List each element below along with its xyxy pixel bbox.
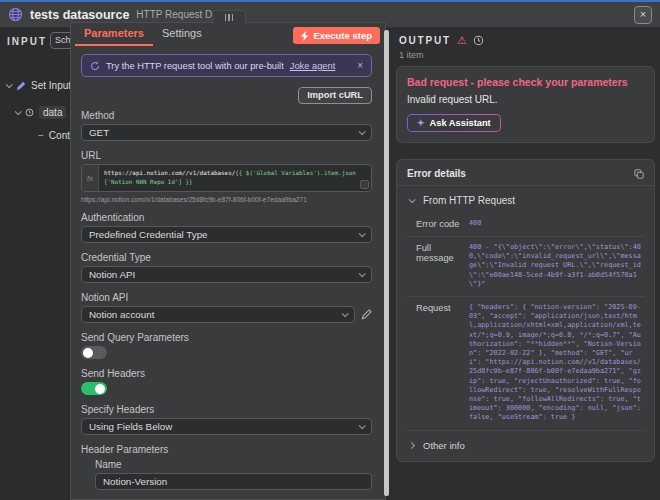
panel-drag-handle[interactable] (212, 10, 246, 23)
send-query-label: Send Query Parameters (81, 332, 372, 343)
object-icon (25, 108, 34, 117)
detail-value: 400 (469, 219, 644, 229)
chevron-down-icon (359, 270, 366, 277)
tip-banner: Try the HTTP request tool with our pre-b… (81, 54, 372, 77)
header-name-label: Name (95, 459, 372, 470)
import-curl-button[interactable]: Import cURL (298, 87, 372, 104)
url-label: URL (81, 150, 372, 161)
output-panel: OUTPUT ⚠ 1 item Bad request - please che… (392, 28, 660, 500)
tree-item-data[interactable]: data (15, 106, 66, 119)
chevron-down-icon (359, 422, 366, 429)
method-select[interactable]: GET (81, 124, 372, 141)
detail-value: { "headers": { "notion-version": "2025-0… (469, 303, 644, 423)
url-expression-editor[interactable]: fx https://api.notion.com//v1/databases/… (81, 164, 372, 192)
tree-item-label: data (39, 106, 66, 119)
chevron-down-icon (359, 128, 366, 135)
sparkle-icon: ✦ (417, 118, 425, 128)
chevron-right-icon (408, 442, 415, 449)
authentication-select[interactable]: Predefined Credential Type (81, 226, 372, 243)
from-http-request-section[interactable]: From HTTP Request (397, 186, 654, 213)
parameters-form: Try the HTTP request tool with our pre-b… (71, 49, 385, 499)
detail-label: Error code (407, 219, 469, 229)
credential-type-select[interactable]: Notion API (81, 266, 372, 283)
execute-step-button[interactable]: Execute step (293, 27, 380, 44)
method-label: Method (81, 110, 372, 121)
joke-agent-link[interactable]: Joke agent (290, 61, 336, 71)
specify-headers-label: Specify Headers (81, 404, 372, 415)
error-title: Bad request - please check your paramete… (407, 76, 644, 88)
url-evaluated-value: https://api.notion.com//v1/databases/25d… (81, 196, 372, 203)
error-summary-card: Bad request - please check your paramete… (396, 66, 655, 143)
error-details-title: Error details (407, 168, 466, 179)
header-parameters-label: Header Parameters (81, 444, 372, 455)
error-details-card: Error details From HTTP Request Error co… (396, 159, 655, 462)
globe-icon (8, 7, 23, 22)
error-detail-row: Full message 400 - "{\"object\":\"error\… (407, 237, 644, 297)
notion-api-label: Notion API (81, 292, 372, 303)
banner-close-icon[interactable]: × (357, 60, 363, 71)
items-count: 1 item (392, 46, 660, 60)
error-message: Invalid request URL. (407, 94, 644, 105)
header-name-field[interactable] (95, 473, 372, 490)
lightning-icon (301, 31, 309, 41)
notion-credential-select[interactable]: Notion account (81, 306, 355, 323)
ask-assistant-button[interactable]: ✦ Ask Assistant (407, 114, 501, 132)
url-base-text: https://api.notion.com//v1/databases/ (104, 170, 235, 176)
detail-value: 400 - "{\"object\":\"error\",\"status\":… (469, 243, 644, 289)
error-detail-row: Error code 400 (407, 213, 644, 237)
refresh-icon (90, 61, 100, 71)
chevron-down-icon (359, 230, 366, 237)
authentication-label: Authentication (81, 212, 372, 223)
chevron-down-icon[interactable] (6, 81, 13, 88)
history-clock-icon[interactable] (473, 35, 484, 46)
warning-icon: ⚠ (457, 35, 467, 46)
chevron-down-icon (409, 196, 416, 203)
specify-headers-select[interactable]: Using Fields Below (81, 418, 372, 435)
parameters-panel: Parameters Settings Execute step Try the… (70, 22, 386, 500)
tab-settings[interactable]: Settings (153, 23, 211, 46)
credential-type-label: Credential Type (81, 252, 372, 263)
dash-icon: − (38, 130, 44, 141)
input-panel-title: INPUT (7, 36, 47, 47)
copy-icon[interactable] (634, 169, 644, 179)
send-headers-label: Send Headers (81, 368, 372, 379)
send-headers-toggle[interactable] (81, 382, 107, 395)
send-query-toggle[interactable] (81, 346, 107, 359)
detail-label: Full message (407, 243, 469, 289)
chevron-down-icon[interactable] (15, 108, 22, 115)
pencil-icon (16, 81, 26, 91)
output-panel-title: OUTPUT (399, 35, 451, 46)
fx-icon: fx (82, 165, 99, 191)
input-panel: INPUT Schema Set Inputs for data − Conte… (0, 28, 72, 500)
header-name-input[interactable] (103, 476, 364, 487)
panel-resize-handle[interactable] (384, 30, 389, 496)
detail-label: Request (407, 303, 469, 423)
node-title: tests datasource (30, 8, 129, 22)
edit-credential-icon[interactable] (361, 309, 372, 320)
input-panel-header: INPUT Schema (0, 28, 72, 54)
tab-parameters[interactable]: Parameters (75, 23, 153, 46)
error-detail-row: Request { "headers": { "notion-version":… (407, 297, 644, 431)
expand-expression-icon[interactable] (360, 180, 369, 189)
tip-text: Try the HTTP request tool with our pre-b… (106, 61, 284, 71)
other-info-section[interactable]: Other info (397, 431, 654, 460)
chevron-down-icon (342, 310, 349, 317)
close-button[interactable]: × (634, 6, 652, 24)
